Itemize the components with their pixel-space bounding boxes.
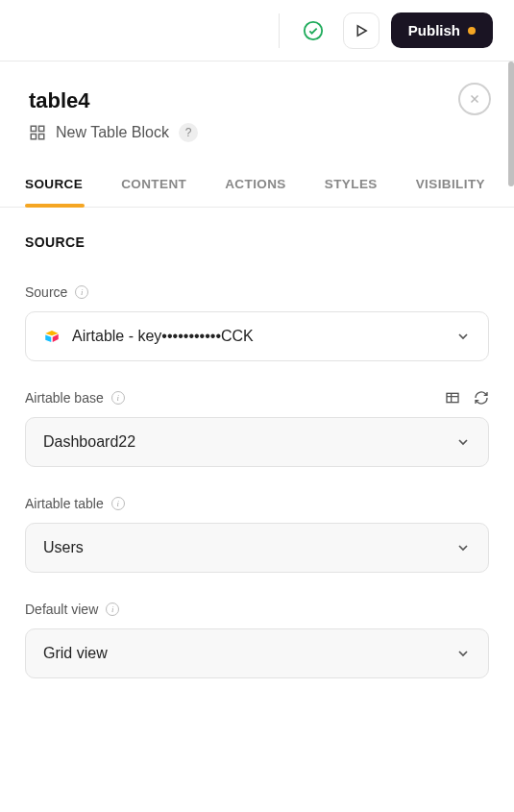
airtable-table-label: Airtable table: [25, 496, 104, 511]
tab-visibility[interactable]: VISIBILITY: [416, 177, 485, 207]
block-subtitle: New Table Block: [56, 124, 169, 141]
tab-source[interactable]: SOURCE: [25, 177, 83, 207]
publish-button[interactable]: Publish: [391, 12, 493, 48]
close-icon: [468, 92, 481, 106]
source-label: Source: [25, 284, 67, 300]
airtable-base-label: Airtable base: [25, 390, 104, 406]
preview-button[interactable]: [343, 12, 379, 49]
tab-content[interactable]: CONTENT: [121, 177, 186, 207]
default-view-label: Default view: [25, 602, 98, 617]
refresh-button[interactable]: [474, 390, 489, 406]
info-icon[interactable]: i: [106, 603, 119, 616]
chevron-down-icon: [455, 646, 471, 661]
block-title: table4: [29, 88, 485, 113]
svg-rect-3: [31, 135, 36, 139]
svg-rect-5: [447, 393, 458, 402]
tab-styles[interactable]: STYLES: [325, 177, 378, 207]
svg-rect-2: [39, 126, 44, 131]
table-icon: [445, 390, 460, 406]
question-icon: ?: [185, 126, 192, 139]
airtable-table-value: Users: [43, 539, 84, 556]
refresh-icon: [474, 390, 489, 406]
default-view-select[interactable]: Grid view: [25, 628, 489, 678]
source-select[interactable]: Airtable - key•••••••••••CCK: [25, 311, 489, 361]
unsaved-indicator-icon: [468, 27, 476, 35]
default-view-value: Grid view: [43, 645, 108, 662]
info-icon[interactable]: i: [111, 391, 125, 405]
airtable-table-select[interactable]: Users: [25, 523, 489, 573]
svg-rect-1: [31, 126, 36, 131]
publish-label: Publish: [408, 22, 460, 38]
scrollbar[interactable]: [508, 62, 514, 186]
chevron-down-icon: [455, 329, 471, 344]
info-icon[interactable]: i: [111, 497, 125, 510]
source-value: Airtable - key•••••••••••CCK: [72, 328, 254, 345]
config-tabs: SOURCE CONTENT ACTIONS STYLES VISIBILITY: [0, 142, 514, 208]
info-icon[interactable]: i: [75, 285, 88, 299]
tab-actions[interactable]: ACTIONS: [225, 177, 286, 207]
airtable-base-select[interactable]: Dashboard22: [25, 417, 489, 467]
svg-point-0: [305, 21, 322, 38]
airtable-base-value: Dashboard22: [43, 433, 135, 451]
section-title: SOURCE: [25, 234, 489, 250]
close-button[interactable]: [458, 83, 491, 115]
play-icon: [353, 22, 370, 39]
table-view-button[interactable]: [445, 390, 460, 406]
grid-icon: [29, 124, 46, 141]
svg-rect-4: [39, 135, 44, 139]
chevron-down-icon: [455, 540, 471, 555]
check-circle-icon: [303, 20, 324, 41]
validate-button[interactable]: [295, 12, 331, 49]
chevron-down-icon: [455, 434, 471, 450]
help-button[interactable]: ?: [179, 123, 198, 142]
divider: [279, 13, 280, 48]
airtable-icon: [43, 328, 61, 345]
